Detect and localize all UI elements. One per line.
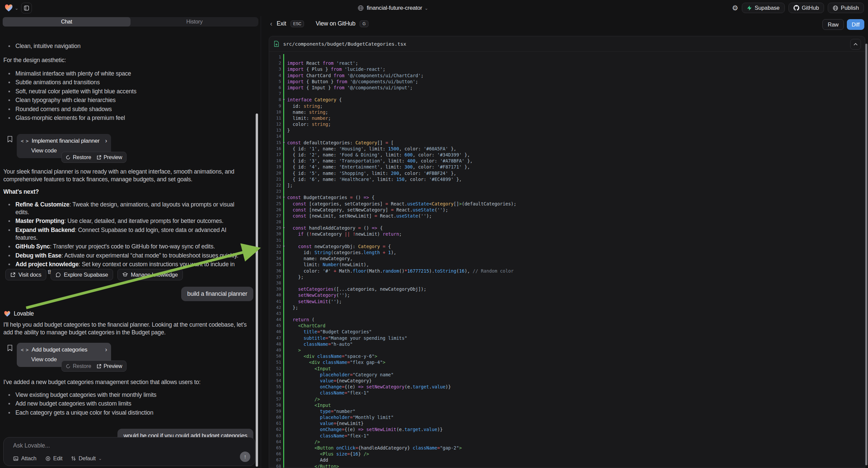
- code-line: 44 return (: [269, 317, 865, 323]
- restore-button[interactable]: Restore: [66, 154, 91, 160]
- supabase-button[interactable]: Supabase: [742, 3, 784, 13]
- code-line: 30 if (!newCategory || !newLimit) return…: [269, 231, 865, 237]
- line-number: 48: [269, 341, 281, 347]
- attach-button[interactable]: Attach: [13, 455, 37, 462]
- preview-button[interactable]: Preview: [97, 363, 122, 369]
- publish-globe-icon: [833, 5, 838, 11]
- code-line: 64 />: [269, 439, 865, 445]
- line-number: 58: [269, 402, 281, 408]
- collapse-file-button[interactable]: [850, 39, 861, 50]
- project-name: financial-future-creator: [367, 5, 422, 11]
- tab-history[interactable]: History: [130, 17, 258, 27]
- code-line: 3import { Plus } from 'lucide-react';: [269, 66, 865, 72]
- preview-button[interactable]: Preview: [97, 154, 122, 160]
- project-switcher[interactable]: financial-future-creator ⌄: [358, 0, 428, 16]
- mode-select[interactable]: Default ⌄: [71, 455, 102, 462]
- code-line: 47 subtitle="Manage your spending limits…: [269, 335, 865, 341]
- exit-button[interactable]: Exit: [276, 20, 286, 27]
- bookmark-icon[interactable]: [7, 136, 13, 143]
- code-line: 38: [269, 280, 865, 286]
- code-line: 27 const [newLimit, setNewLimit] = React…: [269, 213, 865, 219]
- bookmark-icon[interactable]: [7, 345, 13, 351]
- chevron-up-icon: [854, 43, 858, 46]
- line-number: 15: [269, 140, 281, 146]
- manage-knowledge-button[interactable]: Manage knowledge: [118, 269, 183, 280]
- code-line: 56 className="flex-1": [269, 390, 865, 396]
- send-button[interactable]: ↑: [240, 451, 250, 462]
- line-number: 3: [269, 66, 281, 72]
- code-line: 42 };: [269, 304, 865, 311]
- chat-bubble-icon: [56, 272, 61, 277]
- code-scrollbar[interactable]: [865, 43, 867, 465]
- code-line: 2import React from 'react';: [269, 60, 865, 66]
- code-editor[interactable]: 12import React from 'react';3import { Pl…: [269, 52, 865, 468]
- list-item: Expand with Backend: Connect Supabase to…: [3, 226, 248, 242]
- line-number: 61: [269, 420, 281, 427]
- code-line: 26 const [newCategory, setNewCategory] =…: [269, 207, 865, 213]
- list-item: View existing budget categories with the…: [3, 391, 248, 399]
- version-card-title: Implement financial planner: [32, 138, 102, 144]
- line-number: 6: [269, 85, 281, 91]
- line-number: 28: [269, 219, 281, 225]
- sidebar-toggle-button[interactable]: [21, 3, 32, 13]
- file-diff-card: src/components/budget/BudgetCategories.t…: [269, 36, 865, 468]
- line-number: 39: [269, 286, 281, 292]
- line-number: 2: [269, 60, 281, 66]
- fold-chevron-icon[interactable]: [283, 142, 285, 143]
- code-line: 21 { id: '6', name: 'Healthcare', limit:…: [269, 176, 865, 182]
- message-more-icon[interactable]: ⋯: [18, 310, 25, 318]
- list-item: Master Prompting: Use clear, detailed, a…: [3, 217, 248, 225]
- fold-chevron-icon[interactable]: [283, 227, 285, 229]
- restore-button[interactable]: Restore: [66, 363, 91, 369]
- code-line: 68 </Button>: [269, 463, 865, 468]
- fold-chevron-icon[interactable]: [283, 99, 285, 100]
- fold-chevron-icon[interactable]: [283, 246, 285, 247]
- file-header[interactable]: src/components/budget/BudgetCategories.t…: [269, 36, 865, 52]
- code-line: 9 id: string;: [269, 103, 865, 109]
- app-root: ⌄ financial-future-creator ⌄ ⚙: [0, 0, 868, 468]
- visit-docs-button[interactable]: Visit docs: [5, 269, 46, 280]
- line-number: 5: [269, 79, 281, 85]
- publish-button[interactable]: Publish: [828, 3, 864, 13]
- panel-toggle-icon: [24, 5, 29, 11]
- design-bullet-list: Minimalist interface with plenty of whit…: [3, 70, 248, 123]
- code-line: 45 <ChartCard: [269, 323, 865, 329]
- diff-toggle-button[interactable]: Diff: [847, 19, 864, 30]
- lovable-logo-heart-icon[interactable]: [5, 4, 13, 12]
- tab-chat[interactable]: Chat: [3, 17, 130, 27]
- code-line: 11 limit: number;: [269, 115, 865, 121]
- code-line: 20 { id: '5', name: 'Shopping', limit: 2…: [269, 170, 865, 176]
- code-line: 49 >: [269, 347, 865, 353]
- code-line: 13}: [269, 127, 865, 133]
- explore-supabase-button[interactable]: Explore Supabase: [51, 269, 113, 280]
- message-composer: Attach Edit Default ⌄ ↑: [3, 437, 255, 466]
- view-on-github-button[interactable]: View on GitHub: [316, 20, 355, 27]
- edit-button[interactable]: Edit: [45, 455, 63, 462]
- line-number: 46: [269, 329, 281, 335]
- code-line: 39 setCategories([...categories, newCate…: [269, 286, 865, 292]
- settings-gear-icon[interactable]: ⚙: [732, 4, 739, 12]
- code-line: 25 const [categories, setCategories] = R…: [269, 201, 865, 207]
- raw-toggle-button[interactable]: Raw: [823, 19, 844, 30]
- code-line: 40 setNewCategory('');: [269, 292, 865, 298]
- workspace-chevron-down-icon[interactable]: ⌄: [15, 6, 19, 11]
- list-item: Debug with Ease: Activate our experiment…: [3, 252, 248, 260]
- ready-paragraph: Your sleek financial planner is now read…: [3, 168, 242, 183]
- esc-shortcut-badge: ESC: [290, 21, 304, 27]
- github-button[interactable]: GitHub: [788, 3, 824, 13]
- line-number: 27: [269, 213, 281, 219]
- fold-chevron-icon[interactable]: [283, 197, 285, 198]
- code-line: 36 color: '#' + Math.floor(Math.random()…: [269, 268, 865, 274]
- line-number: 4: [269, 72, 281, 79]
- line-number: 25: [269, 201, 281, 207]
- code-line: 54 value={newCategory}: [269, 378, 865, 384]
- code-line: 29 const handleAddCategory = () => {: [269, 225, 865, 231]
- code-line: 10 name: string;: [269, 109, 865, 115]
- chat-scrollbar[interactable]: [256, 114, 258, 467]
- code-line: 59 type="number": [269, 408, 865, 414]
- line-number: 50: [269, 353, 281, 359]
- back-chevron-left-icon[interactable]: ‹: [270, 20, 272, 28]
- code-line: 57 />: [269, 396, 865, 402]
- ask-lovable-input[interactable]: [13, 442, 214, 449]
- added-bullet-list: View existing budget categories with the…: [3, 391, 248, 418]
